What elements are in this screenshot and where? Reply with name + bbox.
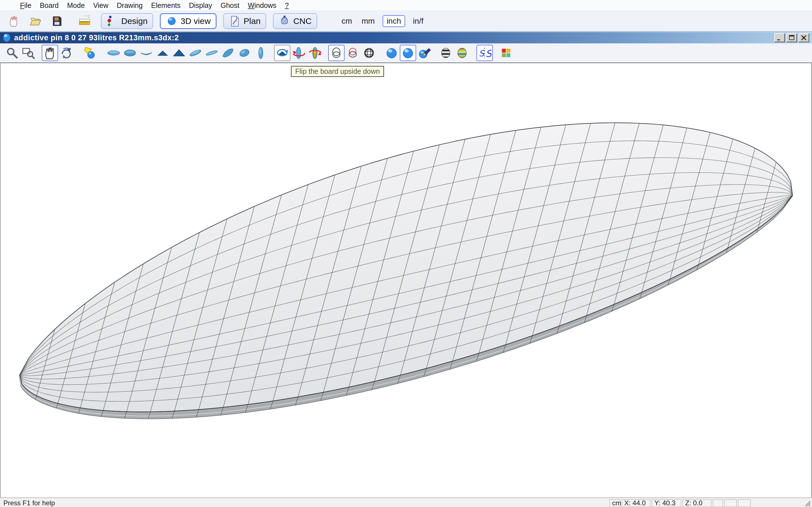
minimize-button[interactable] (774, 33, 785, 42)
close-icon (800, 34, 808, 41)
status-cells: cmX: 44.0Y: 40.3Z: 0.0 (610, 499, 751, 507)
pan-hand-icon (43, 46, 57, 60)
menu-item-windows[interactable]: Windows (244, 1, 281, 10)
surfboard-3d-view (1, 63, 811, 497)
document-title-bar[interactable]: addictive pin 8 0 27 93litres R213mm.s3d… (0, 32, 812, 43)
view-canvas[interactable]: Flip the board upside down (0, 62, 812, 497)
tool-paint[interactable] (416, 45, 433, 61)
mode-button-label: CNC (293, 16, 312, 26)
tool-rail-view[interactable] (220, 45, 236, 61)
svg-text:S: S (486, 48, 492, 59)
menu-item-view[interactable]: View (89, 1, 113, 10)
close-button[interactable] (799, 33, 809, 42)
status-empty-cell (713, 499, 723, 507)
document-sphere-icon (2, 33, 11, 43)
maximize-icon (788, 34, 795, 41)
solid-sphere-smooth-icon (401, 46, 415, 60)
document-title: addictive pin 8 0 27 93litres R213mm.s3d… (14, 34, 179, 42)
tool-front-view[interactable] (154, 45, 171, 61)
resize-grip-icon[interactable] (803, 499, 811, 507)
status-unit-cell: cm (610, 499, 620, 507)
status-bar: Press F1 for help cmX: 44.0Y: 40.3Z: 0.0 (0, 497, 812, 507)
status-coordinate-cell-y: Y: 40.3 (652, 499, 681, 507)
menu-item-drawing[interactable]: Drawing (112, 1, 147, 10)
stripes-color-icon (455, 46, 469, 60)
back-view-icon (172, 46, 186, 60)
mode-button-label: Plan (244, 16, 260, 26)
menu-item-board[interactable]: Board (36, 1, 63, 10)
unit-button-inch[interactable]: inch (383, 15, 405, 27)
tool-wireframe-red[interactable] (345, 45, 361, 61)
tool-tilted-bottom[interactable] (204, 45, 220, 61)
tool-top-view[interactable] (253, 45, 269, 61)
tool-solid-sphere[interactable] (384, 45, 400, 61)
status-coordinate-cell-x: X: 44.0 (622, 499, 651, 507)
tool-mesh-sphere[interactable] (361, 45, 377, 61)
palette-icon (499, 46, 513, 60)
tool-pan-hand[interactable] (42, 45, 58, 61)
menu-item-mode[interactable]: Mode (63, 1, 89, 10)
toolbar-button-pointer-hand[interactable] (6, 13, 21, 29)
tool-outline-bottom[interactable] (122, 45, 138, 61)
tool-back-view[interactable] (171, 45, 187, 61)
menu-item-ghost[interactable]: Ghost (216, 1, 244, 10)
top-view-icon (254, 46, 267, 60)
mode-button-cnc[interactable]: CNC (273, 13, 317, 29)
cnc-icon (278, 15, 290, 27)
toolbar-button-save[interactable] (49, 13, 64, 29)
symmetry-icon: SS (478, 46, 492, 60)
status-help-text: Press F1 for help (3, 499, 55, 507)
tool-symmetry[interactable]: SS (476, 45, 493, 61)
toolbar-button-open-folder[interactable] (28, 13, 43, 29)
outline-bottom-icon (123, 46, 137, 60)
toolbar-button-ruler[interactable] (77, 13, 93, 29)
rail-view-icon (221, 46, 235, 60)
tool-rotate-left[interactable] (290, 45, 307, 61)
tilted-top-icon (189, 46, 202, 60)
menu-item-elements[interactable]: Elements (147, 1, 185, 10)
mode-button-3d-view[interactable]: 3D view (160, 13, 216, 29)
tool-outline-top[interactable] (105, 45, 122, 61)
flip-board-icon (275, 46, 289, 60)
tool-rotate-right[interactable] (307, 45, 323, 61)
mode-buttons-group: Design3D viewPlanCNC (101, 13, 317, 29)
tool-solid-sphere-smooth[interactable] (400, 45, 416, 61)
tooltip: Flip the board upside down (291, 66, 384, 77)
tool-stripes-color[interactable] (454, 45, 470, 61)
unit-button-in-f[interactable]: in/f (411, 16, 425, 26)
rotate-left-icon (292, 46, 305, 60)
mode-button-plan[interactable]: Plan (223, 13, 266, 29)
open-folder-icon (29, 14, 41, 28)
tool-tilted-top[interactable] (187, 45, 204, 61)
status-coordinate-cell-z: Z: 0.0 (682, 499, 711, 507)
menu-item-display[interactable]: Display (185, 1, 216, 10)
tool-light[interactable] (82, 45, 98, 61)
document-window: addictive pin 8 0 27 93litres R213mm.s3d… (0, 32, 812, 497)
window-controls (774, 33, 809, 42)
tool-wireframe[interactable] (328, 45, 345, 61)
tool-rotate-3d[interactable] (58, 45, 74, 61)
perspective-icon (238, 46, 251, 60)
tool-palette[interactable] (498, 45, 514, 61)
unit-button-cm[interactable]: cm (340, 16, 354, 26)
light-icon (83, 46, 97, 60)
save-icon (51, 14, 63, 28)
main-toolbar: Design3D viewPlanCNC cmmminchin/f (0, 11, 812, 32)
mode-button-label: 3D view (181, 16, 211, 26)
tool-perspective[interactable] (236, 45, 253, 61)
maximize-button[interactable] (786, 33, 797, 42)
svg-text:S: S (479, 48, 485, 58)
tool-flip-board[interactable] (274, 45, 290, 61)
zoom-window-icon (22, 46, 35, 60)
tool-rocker-side[interactable] (138, 45, 154, 61)
mode-button-design[interactable]: Design (101, 13, 153, 29)
tool-zoom[interactable] (4, 45, 20, 61)
menu-item-file[interactable]: File (16, 1, 36, 10)
unit-button-mm[interactable]: mm (360, 16, 376, 26)
minimize-icon (776, 34, 783, 41)
menu-item-q[interactable]: ? (281, 1, 293, 10)
solid-sphere-icon (385, 46, 398, 60)
wireframe-red-icon (346, 46, 359, 60)
tool-stripes-gray[interactable] (438, 45, 454, 61)
tool-zoom-window[interactable] (20, 45, 37, 61)
